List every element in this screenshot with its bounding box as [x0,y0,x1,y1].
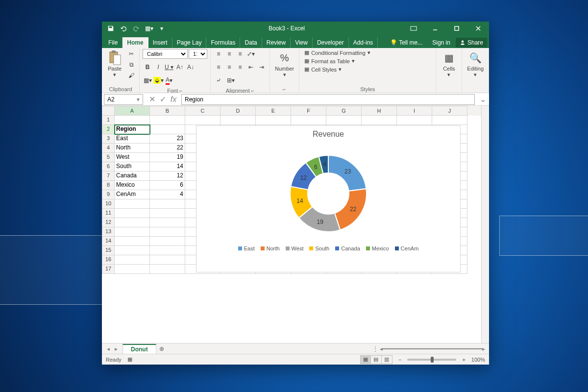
cell-A17[interactable] [115,265,150,274]
col-header-F[interactable]: F [291,106,326,116]
undo-icon[interactable] [118,23,129,34]
zoom-level[interactable]: 100% [471,357,485,363]
col-header-A[interactable]: A [115,106,150,116]
paste-button[interactable]: Paste▾ [105,49,124,79]
close-button[interactable] [467,22,489,35]
row-header-15[interactable]: 15 [102,246,115,255]
row-header-5[interactable]: 5 [102,153,115,162]
cells-button[interactable]: ▦ Cells▾ [439,49,459,79]
cell-H1[interactable] [362,116,397,125]
cell-B17[interactable] [150,265,185,274]
sheet-nav-next-icon[interactable]: ▸ [113,345,120,352]
align-left-icon[interactable]: ≡ [214,62,223,72]
cell-A12[interactable] [115,218,150,227]
col-header-I[interactable]: I [397,106,432,116]
cell-C1[interactable] [185,116,220,125]
col-header-B[interactable]: B [150,106,185,116]
row-header-9[interactable]: 9 [102,190,115,199]
cell-B14[interactable] [150,237,185,246]
name-box[interactable]: A2▾ [104,94,143,105]
save-icon[interactable] [105,23,117,34]
horizontal-scrollbar[interactable]: ⋮ ◂━━━━━━━━━━━━━━━━━━━━━━━━━━━━━▸ [167,345,489,352]
cell-I1[interactable] [397,116,432,125]
row-header-11[interactable]: 11 [102,209,115,218]
italic-button[interactable]: I [153,62,163,72]
tell-me[interactable]: 💡 Tell me... [386,37,427,48]
cell-A10[interactable] [115,199,150,209]
cell-B15[interactable] [150,246,185,255]
minimize-button[interactable] [424,22,446,35]
align-bottom-icon[interactable]: ≡ [235,49,245,59]
cell-B5[interactable]: 19 [150,153,185,162]
row-header-8[interactable]: 8 [102,181,115,190]
align-top-icon[interactable]: ≡ [214,49,223,59]
cell-A5[interactable]: West [115,153,150,162]
sign-in[interactable]: Sign in [428,37,455,48]
vertical-scrollbar[interactable] [481,106,489,343]
tab-insert[interactable]: Insert [148,37,172,48]
increase-indent-icon[interactable]: ⇥ [257,62,267,72]
row-header-13[interactable]: 13 [102,227,115,237]
bold-button[interactable]: B [143,62,152,72]
cell-A2[interactable]: Region [115,125,150,134]
row-header-2[interactable]: 2 [102,125,115,134]
shrink-font-button[interactable]: A↓ [186,62,196,72]
add-sheet-button[interactable]: ⊕ [156,345,167,352]
col-header-C[interactable]: C [185,106,220,116]
cell-B6[interactable]: 14 [150,162,185,172]
redo-icon[interactable] [130,23,142,34]
align-middle-icon[interactable]: ≡ [224,49,234,59]
cell-B8[interactable]: 6 [150,181,185,190]
font-size-select[interactable]: 11 [189,49,207,59]
number-format-button[interactable]: % Number▾ [273,49,296,79]
row-header-6[interactable]: 6 [102,162,115,172]
merge-center-icon[interactable]: ⊞▾ [224,75,237,85]
cell-E1[interactable] [256,116,291,125]
grow-font-button[interactable]: A↑ [175,62,185,72]
normal-view-icon[interactable]: ▦ [360,355,371,364]
cell-B13[interactable] [150,227,185,237]
align-right-icon[interactable]: ≡ [235,62,245,72]
cell-B2[interactable] [150,125,185,134]
cell-J1[interactable] [432,116,467,125]
row-header-3[interactable]: 3 [102,134,115,144]
copy-icon[interactable]: ⧉ [126,60,136,70]
col-header-J[interactable]: J [432,106,467,116]
tab-home[interactable]: Home [122,37,148,48]
cell-D1[interactable] [220,116,256,125]
macro-record-icon[interactable]: ▦ [127,356,132,363]
expand-formula-bar-icon[interactable]: ⌄ [477,95,489,104]
cut-icon[interactable]: ✂ [126,49,136,59]
cell-B4[interactable]: 22 [150,144,185,153]
cell-A4[interactable]: North [115,144,150,153]
fill-color-button[interactable]: ⬙▾ [153,75,163,85]
cell-A3[interactable]: East [115,134,150,144]
chart-object[interactable]: Revenue 232219141264 EastNorthWestSouthC… [196,125,461,272]
tab-file[interactable]: File [104,37,122,48]
format-painter-icon[interactable]: 🖌 [126,71,136,80]
col-header-D[interactable]: D [220,106,256,116]
cell-A15[interactable] [115,246,150,255]
cell-A9[interactable]: CenAm [115,190,150,199]
orientation-icon[interactable]: ⤢▾ [246,49,256,59]
qat-customize-icon[interactable]: ▾ [156,23,168,34]
cell-A14[interactable] [115,237,150,246]
col-header-G[interactable]: G [326,106,362,116]
wrap-text-icon[interactable]: ⤶ [214,75,223,85]
cell-B7[interactable]: 12 [150,172,185,181]
maximize-button[interactable] [446,22,467,35]
fx-icon[interactable]: fx [169,95,178,104]
cell-B12[interactable] [150,218,185,227]
row-header-14[interactable]: 14 [102,237,115,246]
conditional-formatting-button[interactable]: ▦Conditional Formatting ▾ [302,49,372,56]
decrease-indent-icon[interactable]: ⇤ [246,62,256,72]
cell-F1[interactable] [291,116,326,125]
zoom-in-button[interactable]: + [462,357,465,363]
worksheet-grid[interactable]: ABCDEFGHIJ 12Region3East234North225West1… [102,106,481,343]
row-header-16[interactable]: 16 [102,255,115,265]
cell-A1[interactable] [115,116,150,125]
row-header-1[interactable]: 1 [102,116,115,125]
tab-page-layout[interactable]: Page Lay [172,37,207,48]
format-as-table-button[interactable]: ▦Format as Table ▾ [302,57,372,65]
enter-edit-icon[interactable]: ✓ [158,95,168,104]
